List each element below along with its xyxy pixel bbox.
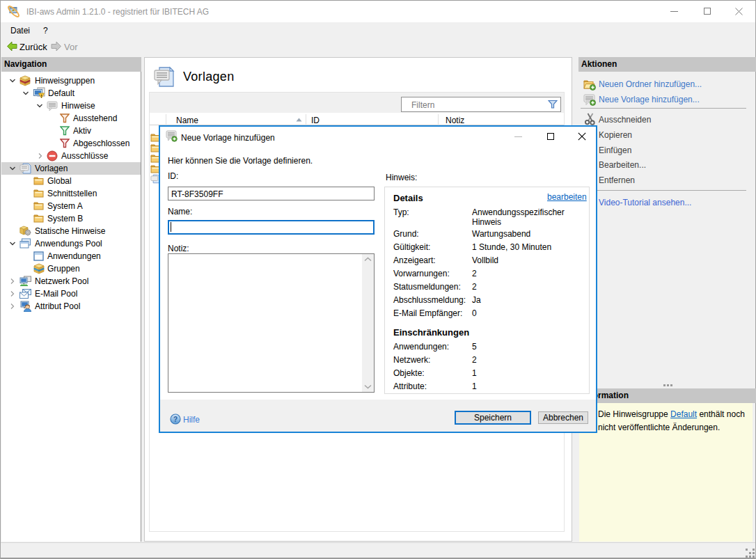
svg-text:?: ? <box>173 416 178 423</box>
